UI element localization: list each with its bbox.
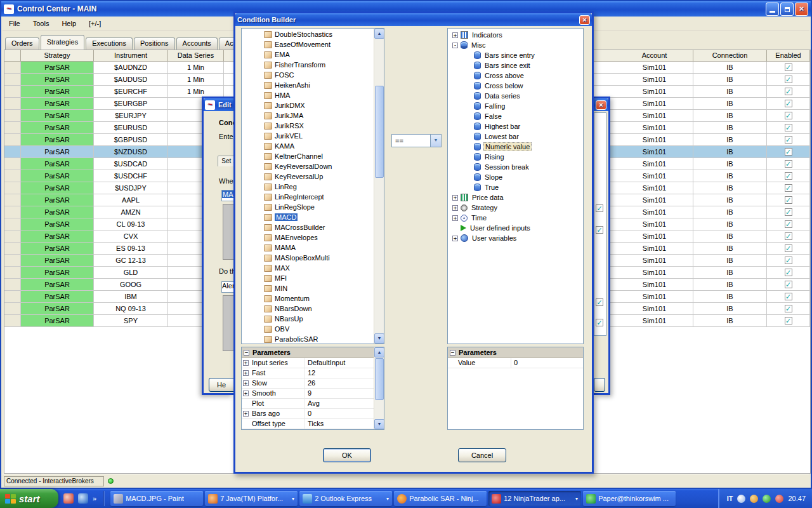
parameter-row[interactable]: +Fast12	[242, 368, 374, 378]
indicator-list-item[interactable]: MASlopeBoxMulti	[242, 253, 374, 263]
condition-item-box[interactable]: MAC	[221, 190, 233, 201]
tab-positions[interactable]: Positions	[134, 37, 175, 50]
indicator-list-item[interactable]: MAX	[242, 263, 374, 273]
parameter-row[interactable]: +Bars ago0	[242, 409, 374, 419]
enabled-checkbox[interactable]: ✓	[785, 269, 792, 276]
tree-item[interactable]: Rising	[449, 152, 582, 162]
tree-expander[interactable]: +	[452, 236, 458, 241]
indicator-list-item[interactable]: FisherTransform	[242, 60, 374, 70]
parameter-value[interactable]: 0	[511, 358, 583, 368]
task-button[interactable]: 12 NinjaTrader ap...▾	[488, 491, 581, 506]
enabled-checkbox[interactable]: ✓	[785, 220, 792, 228]
tree-item[interactable]: -Misc	[449, 40, 582, 50]
indicator-list-item[interactable]: JurikVEL	[242, 131, 374, 141]
parameter-value[interactable]: DefaultInput	[305, 358, 374, 368]
parameter-value[interactable]: Ticks	[305, 419, 374, 429]
enabled-checkbox[interactable]: ✓	[785, 88, 792, 95]
indicator-list-item[interactable]: HeikenAshi	[242, 80, 374, 90]
indicator-list-item[interactable]: OBV	[242, 324, 374, 334]
task-button[interactable]: MACD.JPG - Paint	[110, 491, 203, 506]
parameter-value[interactable]: 12	[305, 368, 374, 378]
tree-item[interactable]: +Strategy	[449, 203, 582, 213]
expand-icon[interactable]: +	[243, 380, 249, 386]
tray-icon-1[interactable]	[737, 495, 745, 503]
enabled-checkbox[interactable]: ✓	[785, 160, 792, 168]
indicator-list-item[interactable]: MAMA	[242, 243, 374, 253]
menu-file[interactable]: File	[9, 20, 20, 27]
indicator-list-item[interactable]: KeyReversalDown	[242, 161, 374, 171]
indicator-list-item[interactable]: KAMA	[242, 141, 374, 151]
indicator-list-item[interactable]: JurikRSX	[242, 121, 374, 131]
indicator-list-item[interactable]: Momentum	[242, 293, 374, 304]
enabled-checkbox[interactable]: ✓	[785, 100, 792, 107]
indicator-list-item[interactable]: KeyReversalUp	[242, 171, 374, 182]
enabled-checkbox[interactable]: ✓	[785, 305, 792, 312]
task-button[interactable]: Parabolic SAR - Ninj...	[394, 491, 487, 506]
tree-item[interactable]: Bars since exit	[449, 60, 582, 70]
tree-expander[interactable]: +	[452, 195, 458, 201]
enabled-checkbox[interactable]: ✓	[785, 184, 792, 192]
parameter-value[interactable]: 9	[305, 389, 374, 398]
condition-builder-close-button[interactable]: ×	[579, 15, 590, 25]
enabled-checkbox[interactable]: ✓	[785, 112, 792, 119]
tray-icon-4[interactable]	[775, 495, 783, 503]
parameter-value[interactable]: Avg	[305, 399, 374, 408]
indicator-list-item[interactable]: ParabolicSAR	[242, 334, 374, 343]
menu-tools[interactable]: Tools	[33, 20, 49, 27]
indicator-list-item[interactable]: JurikDMX	[242, 100, 374, 110]
expand-icon[interactable]: +	[243, 370, 249, 376]
tree-item[interactable]: +Price data	[449, 192, 582, 203]
task-button[interactable]: Paper@thinkorswim ...	[583, 491, 676, 506]
tab-orders[interactable]: Orders	[5, 37, 39, 50]
tray-shield-icon[interactable]	[763, 495, 771, 503]
indicator-list-item[interactable]: NBarsDown	[242, 304, 374, 314]
tree-item[interactable]: +User variables	[449, 233, 582, 243]
expand-icon[interactable]: +	[243, 360, 249, 366]
scroll-thumb[interactable]	[375, 86, 384, 178]
tree-expander[interactable]: +	[452, 215, 458, 221]
indicator-list-item[interactable]: EaseOfMovement	[242, 39, 374, 50]
scroll-up-icon[interactable]: ▲	[374, 29, 384, 39]
tab-executions[interactable]: Executions	[86, 37, 133, 50]
enabled-checkbox[interactable]: ✓	[785, 244, 792, 252]
help-button[interactable]: He	[209, 378, 233, 392]
indicator-list-item[interactable]: MIN	[242, 283, 374, 293]
expand-icon[interactable]: +	[243, 411, 249, 417]
edit-dialog-titlebar[interactable]: Edit	[204, 98, 233, 111]
checkbox-fragment[interactable]: ✓	[596, 298, 603, 306]
indicator-list-item[interactable]: MFI	[242, 273, 374, 283]
enabled-checkbox[interactable]: ✓	[785, 317, 792, 324]
indicator-list-item[interactable]: EMA	[242, 50, 374, 60]
enabled-checkbox[interactable]: ✓	[785, 76, 792, 83]
task-button[interactable]: 2 Outlook Express▾	[299, 491, 392, 506]
parameters-scrollbar[interactable]: ▲ ▼	[374, 347, 384, 429]
set1-tab[interactable]: Set 1	[218, 156, 233, 166]
operator-combobox[interactable]: == ▼	[391, 134, 442, 147]
parameter-row[interactable]: Value0	[448, 358, 583, 368]
indicator-list-item[interactable]: MACD	[242, 212, 374, 222]
indicator-list-item[interactable]: HMA	[242, 90, 374, 100]
enabled-checkbox[interactable]: ✓	[785, 124, 792, 131]
indicator-list-item[interactable]: FOSC	[242, 70, 374, 80]
menu-[interactable]: [+/-]	[89, 20, 101, 27]
quick-launch-chevron-icon[interactable]: »	[93, 495, 96, 502]
parameter-value[interactable]: 0	[305, 409, 374, 418]
indicator-list-item[interactable]: JurikJMA	[242, 110, 374, 121]
tab-accounts[interactable]: Accounts	[176, 37, 218, 50]
tree-expander[interactable]: +	[452, 32, 458, 38]
language-indicator[interactable]: IT	[727, 495, 733, 502]
indicator-list-item[interactable]: LinRegSlope	[242, 202, 374, 212]
parameter-row[interactable]: +Slow26	[242, 378, 374, 389]
checkbox-fragment[interactable]: ✓	[596, 319, 603, 326]
enabled-checkbox[interactable]: ✓	[785, 172, 792, 180]
start-button[interactable]: start	[0, 489, 58, 508]
tree-item[interactable]: Highest bar	[449, 121, 582, 131]
indicator-list-item[interactable]: MAEnvelopes	[242, 232, 374, 243]
checkbox-fragment[interactable]: ✓	[596, 226, 603, 234]
menu-help[interactable]: Help	[62, 20, 76, 27]
tree-item[interactable]: Data series	[449, 91, 582, 101]
tree-item[interactable]: Cross below	[449, 81, 582, 91]
checkbox-fragment[interactable]: ✓	[596, 204, 603, 212]
tree-item[interactable]: Lowest bar	[449, 131, 582, 142]
tree-item[interactable]: +Indicators	[449, 30, 582, 40]
